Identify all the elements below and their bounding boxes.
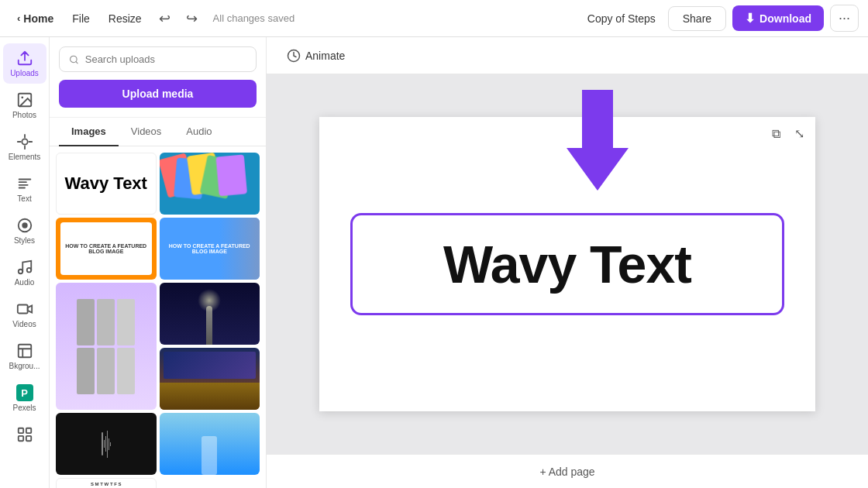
grid-item-water[interactable] (160, 413, 260, 475)
tab-videos[interactable]: Videos (119, 118, 174, 146)
svg-rect-8 (18, 345, 31, 358)
upload-media-label: Upload media (122, 88, 194, 100)
upload-icon (16, 50, 33, 67)
sidebar-label-audio: Audio (15, 278, 35, 287)
elements-icon (16, 133, 33, 150)
sidebar-label-videos: Videos (12, 320, 36, 328)
svg-rect-10 (26, 428, 30, 433)
sidebar-item-audio[interactable]: Audio (3, 253, 46, 293)
background-icon (16, 342, 33, 359)
svg-rect-11 (18, 436, 22, 441)
sidebar-label-elements: Elements (9, 153, 41, 161)
topbar: ‹ Home File Resize ↩ ↪ All changes saved… (0, 0, 868, 37)
svg-point-4 (22, 222, 27, 228)
sidebar-label-text: Text (17, 194, 31, 203)
search-box[interactable] (59, 46, 257, 72)
sidebar-label-uploads: Uploads (10, 69, 39, 77)
sidebar-label-photos: Photos (12, 111, 36, 119)
undo-button[interactable]: ↩ (153, 5, 177, 32)
grid-item-cards[interactable] (160, 153, 260, 215)
home-button[interactable]: ‹ Home (9, 8, 61, 29)
grid-item-night[interactable] (160, 283, 260, 345)
search-input[interactable] (85, 53, 246, 65)
sidebar-item-photos[interactable]: Photos (3, 85, 46, 125)
panel-top: Upload media (50, 37, 266, 118)
svg-point-1 (21, 96, 23, 98)
animate-button[interactable]: Animate (279, 44, 353, 67)
sidebar-item-styles[interactable]: Styles (3, 211, 46, 251)
audio-icon (16, 259, 33, 276)
sidebar-label-pexels: Pexels (12, 404, 36, 412)
resize-button[interactable]: Resize (101, 8, 150, 29)
saved-status: All changes saved (213, 12, 295, 24)
file-label: File (72, 12, 90, 25)
svg-rect-12 (26, 436, 30, 441)
svg-rect-9 (18, 428, 22, 433)
grid-item-landscape[interactable] (160, 348, 260, 410)
download-icon: ⬇ (745, 11, 755, 26)
tab-bar: Images Videos Audio (50, 118, 266, 146)
more-options-button[interactable]: ··· (830, 5, 859, 32)
tab-images[interactable]: Images (59, 118, 119, 146)
svg-marker-15 (567, 90, 629, 191)
main-layout: Uploads Photos Elements Text (0, 37, 868, 488)
sidebar-item-uploads[interactable]: Uploads (3, 43, 46, 84)
videos-icon (16, 301, 33, 318)
resize-label: Resize (108, 12, 142, 25)
sidebar-item-text[interactable]: Text (3, 169, 46, 209)
topbar-right: Copy of Steps Share ⬇ Download ··· (587, 5, 859, 32)
pexels-logo: P (16, 384, 33, 401)
grid-item-waveform[interactable] (56, 413, 157, 475)
sidebar-item-apps[interactable] (3, 420, 46, 449)
more-icon: ··· (839, 10, 850, 26)
download-button[interactable]: ⬇ Download (732, 5, 824, 31)
apps-icon (16, 426, 33, 443)
file-button[interactable]: File (64, 8, 98, 29)
text-icon (16, 175, 33, 192)
doc-title: Copy of Steps (587, 12, 656, 25)
sidebar-item-background[interactable]: Bkgrou... (3, 336, 46, 376)
duplicate-page-button[interactable]: ⧉ (767, 123, 785, 144)
add-page-bar[interactable]: + Add page (267, 454, 868, 488)
svg-rect-7 (17, 305, 27, 314)
home-label: Home (23, 12, 53, 25)
sidebar-item-videos[interactable]: Videos (3, 294, 46, 335)
download-label: Download (760, 12, 811, 25)
add-page-label: + Add page (539, 466, 594, 478)
sidebar-label-styles: Styles (14, 236, 35, 245)
svg-point-2 (22, 139, 27, 144)
svg-point-5 (18, 270, 22, 274)
svg-point-6 (26, 268, 31, 273)
share-button[interactable]: Share (668, 6, 726, 31)
grid-item-blog1[interactable]: HOW TO CREATE A FEATURED BLOG IMAGE (56, 218, 157, 280)
expand-page-button[interactable]: ⤡ (790, 123, 809, 144)
canvas-scroll-area[interactable]: ⧉ ⤡ Wavy Text (267, 74, 868, 454)
wavy-text-box[interactable]: Wavy Text (350, 213, 784, 315)
topbar-left: ‹ Home File Resize ↩ ↪ All changes saved (9, 5, 584, 32)
canvas-toolbar: Animate (267, 37, 868, 74)
redo-button[interactable]: ↪ (180, 5, 204, 32)
search-icon (69, 54, 79, 65)
sidebar-item-elements[interactable]: Elements (3, 127, 46, 167)
uploads-panel: Upload media Images Videos Audio Wavy Te… (50, 37, 267, 488)
upload-media-button[interactable]: Upload media (59, 80, 257, 108)
purple-arrow (567, 90, 629, 191)
canvas-page-controls: ⧉ ⤡ (767, 123, 809, 144)
grid-item-blog2[interactable]: HOW TO CREATE A FEATURED BLOG IMAGE (160, 218, 260, 280)
grid-item-wavy[interactable]: Wavy Text (56, 153, 157, 215)
animate-icon (287, 49, 301, 63)
grid-item-calendar[interactable]: S M T W T F S 7 8 9 10 11 12 13 14 15 16… (56, 478, 157, 488)
photos-icon (16, 91, 33, 108)
tab-audio[interactable]: Audio (174, 118, 224, 146)
image-grid: Wavy Text HOW TO CREATE A FEATURED BLOG … (50, 146, 266, 488)
sidebar-label-background: Bkgrou... (9, 362, 40, 370)
styles-icon (16, 217, 33, 234)
sidebar-item-pexels[interactable]: P Pexels (3, 378, 46, 418)
animate-label: Animate (305, 50, 345, 62)
sidebar-icons: Uploads Photos Elements Text (0, 37, 50, 488)
wavy-text: Wavy Text (443, 234, 691, 294)
share-label: Share (683, 12, 711, 25)
canvas-area: Animate ⧉ ⤡ Wavy Text + Add page (267, 37, 868, 488)
grid-item-purple[interactable] (56, 283, 157, 410)
chevron-left-icon: ‹ (17, 12, 20, 24)
